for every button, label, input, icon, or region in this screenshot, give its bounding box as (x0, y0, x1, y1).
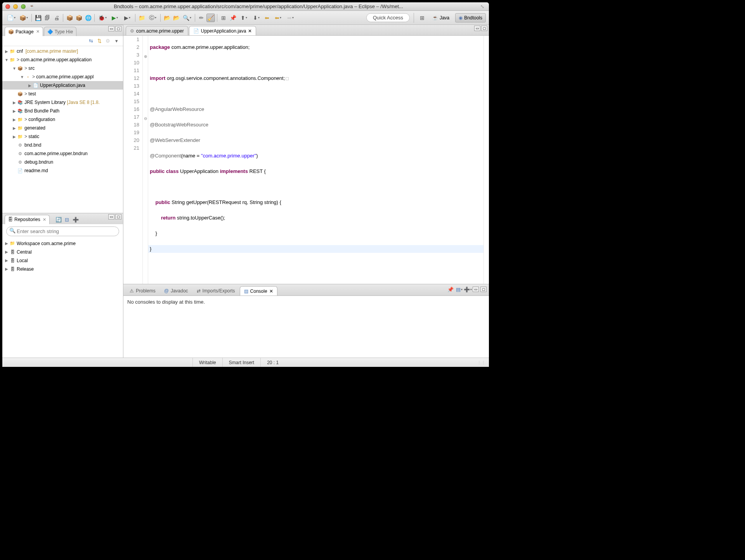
expand-icon[interactable]: ▶ (4, 258, 9, 263)
maximize-icon[interactable]: ⤡ (480, 4, 486, 9)
minimize-window-button[interactable] (13, 4, 18, 9)
new-package-button[interactable]: 📁 (137, 14, 146, 22)
back-button[interactable]: ⬅ (263, 14, 271, 22)
tree-item-java-file[interactable]: ▶ 📄 UpperApplication.java (2, 81, 123, 90)
minimize-view-button[interactable]: ▭ (108, 26, 114, 31)
zoom-window-button[interactable] (21, 4, 26, 9)
tree-item-static[interactable]: ▶ 📁 > static (2, 132, 123, 141)
tab-imports[interactable]: ⇄ Imports/Exports (193, 286, 239, 296)
tree-item-bnd-bnd[interactable]: ⚙ bnd.bnd (2, 141, 123, 149)
close-window-button[interactable] (5, 4, 10, 9)
tree-item-configuration[interactable]: ▶ 📁 > configuration (2, 115, 123, 124)
build-all-button[interactable]: 📦 (74, 14, 83, 22)
collapse-icon[interactable]: ▼ (4, 58, 9, 62)
collapse-icon[interactable]: ▼ (19, 75, 25, 79)
tree-item-jre[interactable]: ▶ 📚 JRE System Library [Java SE 8 [1.8. (2, 98, 123, 107)
folded-import-icon[interactable] (286, 77, 289, 80)
maximize-panel-button[interactable]: ▢ (480, 287, 487, 292)
perspective-java[interactable]: ☕ Java (429, 13, 453, 22)
repo-item-release[interactable]: ▶ 🗄 Release (2, 265, 123, 273)
editor-tab-java[interactable]: 📄 UpperApplication.java ✕ (189, 26, 256, 35)
collapse-all-icon[interactable]: ⇆ (87, 38, 94, 45)
expand-icon[interactable]: ▶ (12, 126, 17, 130)
repo-search-input[interactable] (6, 226, 119, 236)
outline-button[interactable]: ⊞ (219, 14, 228, 22)
tree-item-bndrun[interactable]: ⚙ com.acme.prime.upper.bndrun (2, 149, 123, 158)
repo-item-local[interactable]: ▶ 🗄 Local (2, 256, 123, 265)
tree-item-generated[interactable]: ▶ 📁 generated (2, 124, 123, 132)
new-class-button[interactable]: Ⓒ▾ (147, 14, 158, 22)
code-content[interactable]: package com.acme.prime.upper.application… (148, 36, 483, 284)
annotation-next-button[interactable]: ⬇▾ (250, 14, 262, 22)
save-button[interactable]: 💾 (34, 14, 42, 22)
maximize-view-button[interactable]: ▢ (115, 26, 121, 31)
expand-icon[interactable]: ▶ (27, 83, 33, 88)
run-button[interactable]: ▶▾ (109, 14, 121, 22)
tab-javadoc[interactable]: @ Javadoc (160, 286, 192, 296)
link-editor-icon[interactable]: ⇅ (96, 38, 103, 45)
save-all-button[interactable]: 🗐 (43, 14, 52, 22)
search-button[interactable]: 🔍▾ (181, 14, 193, 22)
expand-icon[interactable]: ▶ (12, 118, 17, 122)
pin-console-icon[interactable]: 📌 (447, 286, 454, 293)
clean-button[interactable]: 🧹 (206, 14, 215, 22)
filter-icon[interactable]: ⚙ (104, 38, 111, 45)
minimize-editor-button[interactable]: ▭ (474, 26, 480, 31)
minimize-panel-button[interactable]: ▭ (473, 287, 479, 292)
refresh-icon[interactable]: 🔄 (55, 216, 62, 223)
minimize-view-button[interactable]: ▭ (108, 214, 114, 220)
maximize-editor-button[interactable]: ▢ (481, 26, 487, 31)
perspective-bndtools[interactable]: ◉ Bndtools (455, 13, 486, 22)
open-perspective-button[interactable]: ⊞ (418, 14, 426, 22)
new-console-icon[interactable]: ➕▾ (464, 286, 471, 293)
new-project-button[interactable]: 📦▾ (18, 14, 29, 22)
expand-icon[interactable]: ▶ (4, 49, 9, 54)
tree-item-src[interactable]: ▼ 📦 > src (2, 64, 123, 73)
tree-item-project[interactable]: ▼ 📁 > com.acme.prime.upper.application (2, 55, 123, 64)
collapse-icon[interactable]: ⊟ (64, 216, 71, 223)
close-icon[interactable]: ✕ (248, 28, 252, 34)
quick-access-field[interactable]: Quick Access (366, 13, 410, 22)
display-console-icon[interactable]: ▤▾ (456, 286, 463, 293)
tree-item-readme[interactable]: 📄 readme.md (2, 166, 123, 175)
tab-repositories[interactable]: 🗄 Repositories ✕ (5, 215, 50, 224)
fold-expand-icon[interactable]: ⊕ (143, 53, 148, 57)
toggle-mark-button[interactable]: ✏ (197, 14, 206, 22)
expand-icon[interactable]: ▶ (4, 241, 9, 245)
fold-collapse-icon[interactable]: ⊖ (143, 115, 148, 119)
expand-icon[interactable]: ▶ (12, 135, 17, 139)
tree-item-test[interactable]: 📦 > test (2, 90, 123, 98)
code-editor[interactable]: 1 2 3 10 11 12 13 14 15 16 17 18 19 20 (123, 36, 489, 284)
tab-console[interactable]: ▤ Console ✕ (240, 286, 277, 296)
open-task-button[interactable]: 📂 (172, 14, 180, 22)
repo-item-central[interactable]: ▶ 🗄 Central (2, 248, 123, 256)
add-repo-icon[interactable]: ➕ (72, 216, 79, 223)
annotation-prev-button[interactable]: ⬆▾ (238, 14, 249, 22)
close-icon[interactable]: ✕ (36, 29, 40, 34)
tab-problems[interactable]: ⚠ Problems (126, 286, 159, 296)
expand-icon[interactable]: ▶ (4, 250, 9, 254)
overview-ruler[interactable] (483, 36, 489, 284)
tab-package-explorer[interactable]: 📦 Package ✕ (5, 27, 43, 36)
collapse-icon[interactable]: ▼ (12, 66, 17, 71)
close-icon[interactable]: ✕ (43, 217, 46, 222)
pin-button[interactable]: 📌 (229, 14, 237, 22)
editor-tab-bnd[interactable]: ⚙ com.acme.prime.upper (126, 26, 188, 35)
debug-button[interactable]: 🐞▾ (97, 14, 108, 22)
expand-icon[interactable]: ▶ (12, 109, 17, 113)
globe-button[interactable]: 🌐 (84, 14, 92, 22)
tree-item-bnd-path[interactable]: ▶ 📚 Bnd Bundle Path (2, 107, 123, 115)
forward-button[interactable]: ➡▾ (284, 14, 296, 22)
tree-item-cnf[interactable]: ▶ 📁 cnf [com.acme.prime master] (2, 47, 123, 55)
new-button[interactable]: 📄▾ (5, 14, 17, 22)
tree-item-package[interactable]: ▼ ▫ > com.acme.prime.upper.appl (2, 73, 123, 81)
build-button[interactable]: 📦 (65, 14, 74, 22)
tab-type-hierarchy[interactable]: 🔷 Type Hie (44, 27, 76, 36)
close-icon[interactable]: ✕ (269, 289, 273, 294)
view-menu-icon[interactable]: ▾ (113, 38, 120, 45)
expand-icon[interactable]: ▶ (4, 267, 9, 271)
repo-item-workspace[interactable]: ▶ 📁 Workspace com.acme.prime (2, 239, 123, 248)
expand-icon[interactable]: ▶ (12, 100, 17, 105)
open-type-button[interactable]: 📂 (163, 14, 171, 22)
maximize-view-button[interactable]: ▢ (115, 214, 121, 220)
